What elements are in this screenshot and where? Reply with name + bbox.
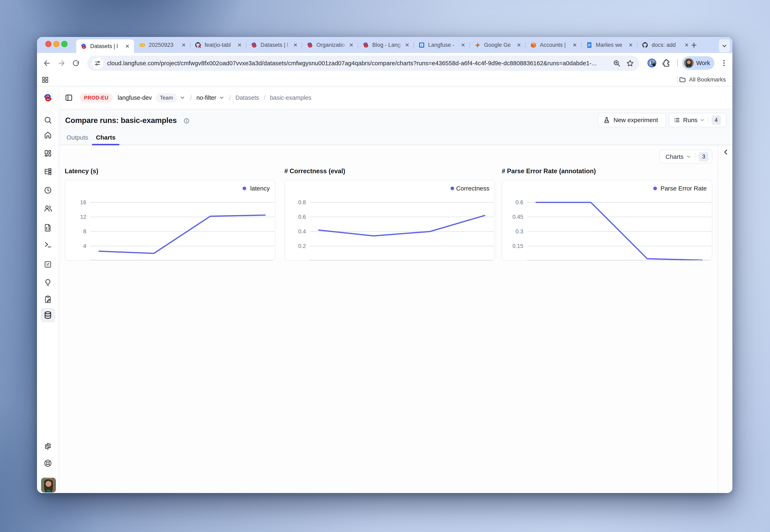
close-tab-icon[interactable] [405,42,410,47]
breadcrumb-dataset-name[interactable]: basic-examples [270,94,311,101]
extensions-puzzle-icon[interactable] [662,58,671,68]
browser-tab[interactable]: Datasets | l [247,37,301,53]
close-tab-icon[interactable] [572,42,577,47]
tab-title: Langfuse - [428,42,459,48]
sidebar-item-annotation[interactable] [44,295,52,304]
url-bar[interactable]: cloud.langfuse.com/project/cmfwgv8fx002o… [87,56,640,71]
right-panel-collapsed [718,145,732,493]
apps-grid-icon[interactable] [41,75,50,84]
browser-toolbar: cloud.langfuse.com/project/cmfwgv8fx002o… [37,53,732,73]
new-tab-button[interactable] [689,40,699,50]
google-docs-favicon [586,42,593,48]
tab-title: feat(io-tabl [205,42,236,48]
zoom-window-button[interactable] [61,41,68,47]
close-tab-icon[interactable] [237,42,242,47]
sidebar-item-search[interactable] [44,116,52,124]
tab-outputs[interactable]: Outputs [63,134,92,145]
bookmarks-divider [677,76,678,84]
chart-title-parse-error-rate: # Parse Error Rate (annotation) [502,167,596,175]
tab-title: docs: add [652,42,683,48]
env-badge: PROD-EU [80,93,113,102]
browser-tab[interactable]: 20250923 [135,37,189,53]
sidebar-item-settings[interactable] [44,442,52,451]
charts-content: Charts 3 Latency (s) # Correctness (eval… [59,145,732,493]
sidebar-item-sessions[interactable] [44,186,52,195]
runs-dropdown-button[interactable]: Runs 4 [669,113,727,127]
browser-tab[interactable]: Marlies we [582,37,637,53]
sidebar-item-users[interactable] [44,204,52,213]
button-divider [695,153,695,161]
sidebar-item-insights[interactable] [44,278,52,287]
project-switcher-chevron-icon[interactable] [219,95,225,101]
password-manager-icon[interactable] [646,57,658,69]
bookmark-star-icon[interactable] [626,59,634,67]
close-tab-icon[interactable] [516,42,521,47]
tab-charts[interactable]: Charts [92,134,119,145]
close-tab-icon[interactable] [349,42,354,47]
sidebar-item-playground[interactable] [44,241,52,249]
browser-tab[interactable]: Accounts | [526,37,581,53]
list-icon [674,117,680,123]
all-bookmarks-button[interactable]: All Bookmarks [679,73,726,86]
browser-tab[interactable]: Organizatio [303,37,357,53]
sidebar-item-support[interactable] [44,459,52,468]
sidebar-item-evaluation[interactable] [44,260,52,269]
sidebar-item-prompts[interactable] [44,223,52,232]
charts-dropdown-button[interactable]: Charts 3 [659,150,712,164]
browser-tab[interactable]: Google Ge [470,37,525,53]
org-switcher-chevron-icon[interactable] [179,95,185,101]
runs-chevron-icon [700,117,705,123]
browser-tab-active[interactable]: Datasets | l [76,39,134,53]
svg-text:0.6: 0.6 [298,214,306,220]
svg-text:8: 8 [83,228,86,235]
minimize-window-button[interactable] [53,41,60,47]
site-permissions-icon[interactable] [92,57,103,69]
close-window-button[interactable] [45,41,52,47]
close-tab-icon[interactable] [684,42,689,47]
profile-name: Work [696,60,710,67]
browser-tab[interactable]: feat(io-tabl [191,37,245,53]
svg-text:0.6: 0.6 [515,199,523,205]
close-tab-icon[interactable] [125,44,130,49]
info-icon[interactable] [183,118,189,124]
tab-search-button[interactable] [719,39,730,52]
browser-menu-kebab-icon[interactable] [720,58,729,68]
zoom-page-icon[interactable] [613,59,621,67]
browser-tab[interactable]: docs: add [638,37,692,53]
line-chart-parse-error-rate: 0.60.450.30.15Parse Error Rate [502,180,712,260]
langfuse-app: PROD-EU langfuse-dev Team / no-filter / … [37,86,732,493]
langfuse-logo[interactable] [43,93,53,103]
langfuse-favicon [362,42,369,48]
accounts-favicon [530,42,537,48]
new-experiment-button[interactable]: New experiment [598,113,666,127]
sidebar-item-datasets[interactable] [44,311,52,319]
sidebar-item-tracing[interactable] [44,168,52,176]
charts-dropdown-chevron-icon [686,154,691,159]
collapse-panel-chevron-icon[interactable] [722,149,729,157]
close-tab-icon[interactable] [181,42,186,47]
close-tab-icon[interactable] [293,42,298,47]
sidebar-item-dashboards[interactable] [44,149,52,158]
chart-card-parse-error-rate: 0.60.450.30.15Parse Error Rate [502,180,712,261]
forward-icon[interactable] [57,59,66,68]
user-avatar[interactable] [41,478,56,493]
back-icon[interactable] [42,59,52,68]
profile-chip[interactable]: Work [682,56,714,70]
github-favicon [642,42,649,48]
runs-label: Runs [683,117,698,124]
breadcrumb-separator: / [229,94,231,102]
browser-tab[interactable]: Langfuse - [415,37,469,53]
close-tab-icon[interactable] [628,42,633,47]
url-text: cloud.langfuse.com/project/cmfwgv8fx002o… [107,60,613,67]
sidebar-toggle-icon[interactable] [65,94,73,102]
svg-text:0.2: 0.2 [298,243,306,249]
colab-favicon [139,42,146,48]
reload-icon[interactable] [71,59,80,68]
close-tab-icon[interactable] [461,42,465,47]
breadcrumb-org[interactable]: langfuse-dev [118,94,152,101]
chart-title-latency: Latency (s) [65,167,98,175]
browser-tab[interactable]: Blog - Lang [359,37,413,53]
breadcrumb-project[interactable]: no-filter [197,94,216,101]
breadcrumb-datasets[interactable]: Datasets [236,94,259,101]
sidebar-item-home[interactable] [44,131,52,139]
